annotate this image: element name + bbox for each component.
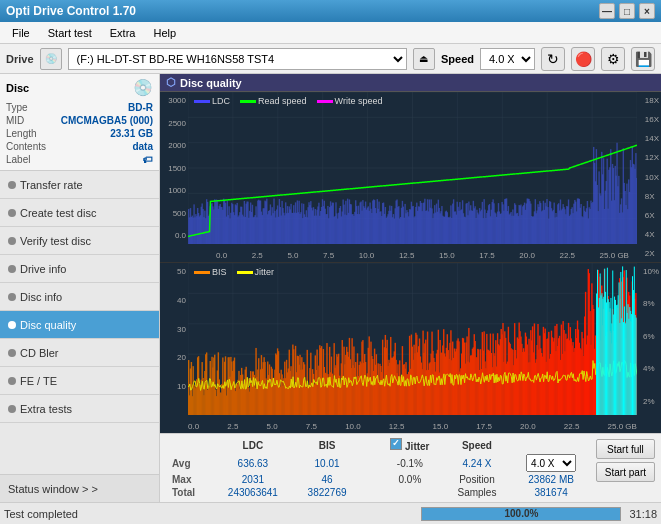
col-header-jitter: Jitter — [376, 437, 443, 453]
app-title: Opti Drive Control 1.70 — [6, 4, 136, 18]
app-window: Opti Drive Control 1.70 — □ × File Start… — [0, 0, 661, 524]
avg-speed: 4.24 X — [444, 453, 511, 473]
legend-jitter-label: Jitter — [255, 267, 275, 277]
refresh-button[interactable]: ↻ — [541, 47, 565, 71]
settings-button[interactable]: ⚙ — [601, 47, 625, 71]
disc-quality-header: ⬡ Disc quality — [160, 74, 661, 92]
avg-ldc: 636.63 — [212, 453, 293, 473]
avg-label: Avg — [166, 453, 212, 473]
legend-bis-color — [194, 271, 210, 274]
disc-header: Disc 💿 — [6, 78, 153, 97]
samples-value: 381674 — [510, 486, 591, 499]
nav-dot-create — [8, 209, 16, 217]
nav-extra-tests[interactable]: Extra tests — [0, 395, 159, 423]
nav-label-verify: Verify test disc — [20, 235, 91, 247]
nav-cd-bler[interactable]: CD Bler — [0, 339, 159, 367]
top-y-axis-right: 18X16X14X12X10X8X6X4X2X — [645, 92, 659, 262]
drive-icon-button[interactable]: 💿 — [40, 48, 62, 70]
close-button[interactable]: × — [639, 3, 655, 19]
nav-fe-te[interactable]: FE / TE — [0, 367, 159, 395]
legend-jitter-color — [237, 271, 253, 274]
nav-drive-info[interactable]: Drive info — [0, 255, 159, 283]
disc-type-value: BD-R — [128, 102, 153, 113]
legend-writespeed-color — [317, 100, 333, 103]
nav-dot-fete — [8, 377, 16, 385]
avg-jitter: -0.1% — [376, 453, 443, 473]
disc-length-value: 23.31 GB — [110, 128, 153, 139]
nav-label-create: Create test disc — [20, 207, 96, 219]
burn-button[interactable]: 🔴 — [571, 47, 595, 71]
top-y-axis-left: 300025002000150010005000.0 — [160, 92, 188, 244]
main-content: Disc 💿 Type BD-R MID CMCMAGBA5 (000) Len… — [0, 74, 661, 502]
eject-button[interactable]: ⏏ — [413, 48, 435, 70]
disc-mid-value: CMCMAGBA5 (000) — [61, 115, 153, 126]
speed-label: Speed — [441, 53, 474, 65]
legend-bis-label: BIS — [212, 267, 227, 277]
stats-table: LDC BIS Jitter Speed — [166, 437, 592, 499]
menu-start-test[interactable]: Start test — [40, 25, 100, 41]
legend-writespeed-label: Write speed — [335, 96, 383, 106]
menu-help[interactable]: Help — [145, 25, 184, 41]
disc-mid-label: MID — [6, 115, 24, 126]
nav-disc-quality[interactable]: Disc quality — [0, 311, 159, 339]
col-header-bis: BIS — [294, 437, 361, 453]
legend-readspeed: Read speed — [240, 96, 307, 106]
menu-extra[interactable]: Extra — [102, 25, 144, 41]
top-chart-legend: LDC Read speed Write speed — [194, 96, 382, 106]
disc-info-section: Disc 💿 Type BD-R MID CMCMAGBA5 (000) Len… — [0, 74, 159, 171]
legend-ldc-color — [194, 100, 210, 103]
legend-readspeed-label: Read speed — [258, 96, 307, 106]
drive-select[interactable]: (F:) HL-DT-ST BD-RE WH16NS58 TST4 — [68, 48, 407, 70]
disc-length-row: Length 23.31 GB — [6, 127, 153, 140]
legend-writespeed: Write speed — [317, 96, 383, 106]
disc-section-label: Disc — [6, 82, 29, 94]
position-label: Position — [444, 473, 511, 486]
time-display: 31:18 — [629, 508, 657, 520]
save-button[interactable]: 💾 — [631, 47, 655, 71]
menu-bar: File Start test Extra Help — [0, 22, 661, 44]
title-bar: Opti Drive Control 1.70 — □ × — [0, 0, 661, 22]
max-ldc: 2031 — [212, 473, 293, 486]
progress-bar: 100.0% — [421, 507, 621, 521]
disc-mid-row: MID CMCMAGBA5 (000) — [6, 114, 153, 127]
nav-dot-discinfo — [8, 293, 16, 301]
stats-max-row: Max 2031 46 0.0% Position 23862 MB — [166, 473, 592, 486]
menu-file[interactable]: File — [4, 25, 38, 41]
maximize-button[interactable]: □ — [619, 3, 635, 19]
avg-bis: 10.01 — [294, 453, 361, 473]
disc-label-row: Label 🏷 — [6, 153, 153, 166]
nav-transfer-rate[interactable]: Transfer rate — [0, 171, 159, 199]
max-label: Max — [166, 473, 212, 486]
samples-label: Samples — [444, 486, 511, 499]
minimize-button[interactable]: — — [599, 3, 615, 19]
nav-label-bler: CD Bler — [20, 347, 59, 359]
nav-disc-info[interactable]: Disc info — [0, 283, 159, 311]
progress-text: 100.0% — [422, 508, 620, 520]
speed-target-select[interactable]: 4.0 X — [526, 454, 576, 472]
col-header-speed: Speed — [444, 437, 511, 453]
nav-label-transfer: Transfer rate — [20, 179, 83, 191]
speed-select[interactable]: 4.0 X 1.0 X 2.0 X 6.0 X 8.0 X — [480, 48, 535, 70]
jitter-checkbox[interactable] — [390, 438, 402, 450]
stats-total-row: Total 243063641 3822769 Samples 381674 — [166, 486, 592, 499]
nav-label-quality: Disc quality — [20, 319, 76, 331]
nav-dot-transfer — [8, 181, 16, 189]
bottom-x-axis: 0.02.55.07.510.012.515.017.520.022.525.0… — [188, 422, 637, 431]
nav-create-test[interactable]: Create test disc — [0, 199, 159, 227]
disc-length-label: Length — [6, 128, 37, 139]
bottom-y-axis-right: 10%8%6%4%2% — [643, 263, 659, 433]
nav-label-discinfo: Disc info — [20, 291, 62, 303]
nav-verify-test[interactable]: Verify test disc — [0, 227, 159, 255]
max-jitter: 0.0% — [376, 473, 443, 486]
start-part-button[interactable]: Start part — [596, 462, 655, 482]
bottom-chart-legend: BIS Jitter — [194, 267, 274, 277]
status-bar: Test completed 100.0% 31:18 — [0, 502, 661, 524]
status-window-button[interactable]: Status window > > — [0, 474, 159, 502]
sidebar: Disc 💿 Type BD-R MID CMCMAGBA5 (000) Len… — [0, 74, 160, 502]
drive-label: Drive — [6, 53, 34, 65]
max-bis: 46 — [294, 473, 361, 486]
disc-label-label: Label — [6, 154, 30, 165]
legend-readspeed-color — [240, 100, 256, 103]
window-controls: — □ × — [599, 3, 655, 19]
start-full-button[interactable]: Start full — [596, 439, 655, 459]
